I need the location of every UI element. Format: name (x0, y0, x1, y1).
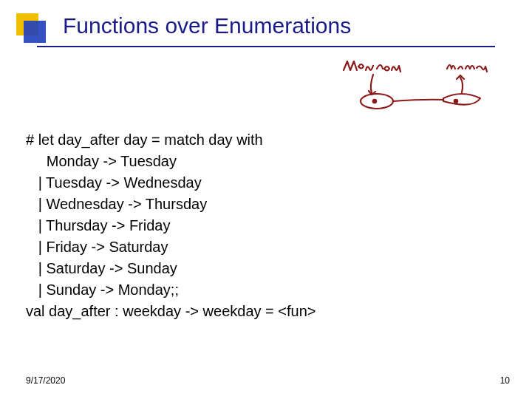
code-line: | Friday -> Saturday (26, 236, 316, 258)
code-line: val day_after : weekday -> weekday = <fu… (26, 301, 316, 322)
title-underline (37, 46, 495, 47)
code-line: | Sunday -> Monday;; (26, 279, 316, 301)
accent-square-icon (16, 13, 38, 35)
code-line: Monday -> Tuesday (26, 151, 316, 172)
code-line: # let day_after day = match day with (26, 129, 316, 151)
slide-title: Functions over Enumerations (63, 13, 351, 38)
svg-point-1 (373, 100, 376, 103)
slide: Functions over Enumerations (0, 0, 532, 399)
code-block: # let day_after day = match day with Mon… (26, 129, 316, 322)
footer-date: 9/17/2020 (26, 375, 65, 386)
code-line: | Saturday -> Sunday (26, 258, 316, 279)
footer-page-number: 10 (500, 375, 510, 386)
code-line: | Thursday -> Friday (26, 215, 316, 236)
code-line: | Tuesday -> Wednesday (26, 172, 316, 194)
code-line: | Wednesday -> Thursday (26, 194, 316, 215)
svg-point-2 (454, 100, 457, 103)
handwriting-sketch-icon (336, 55, 510, 115)
